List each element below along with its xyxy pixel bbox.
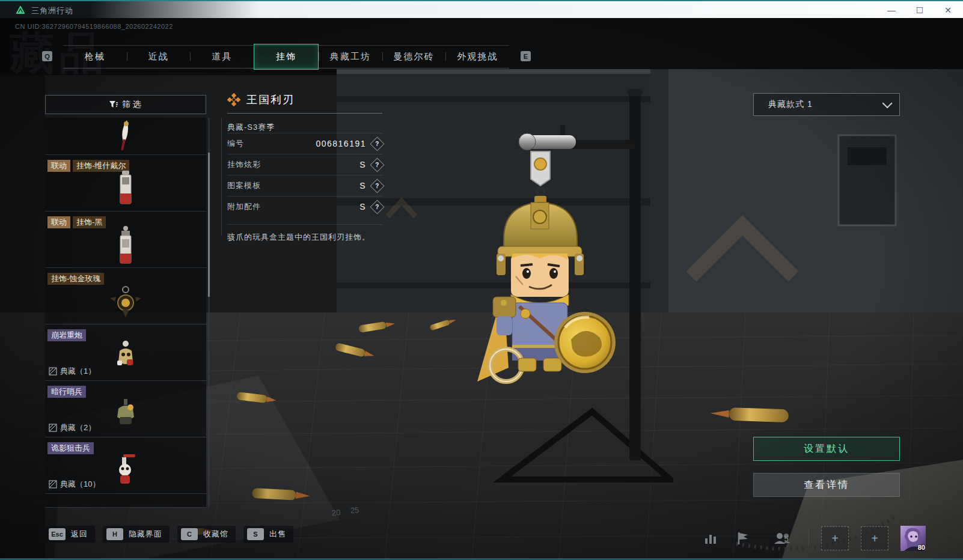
- pendant-display-stand: [469, 78, 673, 499]
- list-item[interactable]: 诡影狙击兵 典藏（10）: [45, 437, 206, 494]
- minimize-button[interactable]: —: [881, 4, 902, 17]
- tab-firearms[interactable]: 枪械: [63, 46, 127, 68]
- charm-thumbnail: [114, 119, 138, 153]
- season-label: 典藏-S3赛季: [227, 122, 382, 133]
- list-item[interactable]: 联动 挂饰-黑: [45, 212, 206, 268]
- tab-appearance-challenge[interactable]: 外观挑战: [445, 46, 509, 68]
- app-logo-icon: [14, 4, 26, 16]
- collection-grade-icon: [227, 93, 240, 106]
- charm-thumbnail: [112, 453, 139, 487]
- item-detail-panel: 王国利刃 典藏-S3赛季 编号 006816191 ? 挂饰炫彩 S ? 图案模…: [227, 89, 382, 243]
- item-name-label: 暗行哨兵: [47, 386, 86, 398]
- window-title: 三角洲行动: [31, 5, 73, 16]
- item-description: 骇爪的玩具盒主题中的王国利刃挂饰。: [227, 224, 382, 243]
- tab-melee[interactable]: 近战: [127, 46, 191, 68]
- help-icon[interactable]: ?: [370, 178, 384, 193]
- grade-value: S: [359, 202, 366, 212]
- detail-row-pattern: 图案模板 S ?: [227, 175, 382, 196]
- panel-divider: [221, 118, 222, 236]
- filter-funnel-icon: [109, 100, 118, 109]
- detail-row-colorway: 挂饰炫彩 S ?: [227, 154, 382, 175]
- shortcut-collection-hall[interactable]: C 收藏馆: [177, 526, 236, 543]
- list-item[interactable]: 挂饰-蚀金玫瑰: [45, 268, 206, 324]
- help-icon[interactable]: ?: [370, 199, 384, 214]
- style-dropdown[interactable]: 典藏款式 1: [753, 93, 900, 116]
- collection-pattern-icon: [49, 424, 57, 432]
- maximize-button[interactable]: ☐: [910, 4, 930, 17]
- avatar-level-badge: 80: [918, 544, 925, 551]
- list-item[interactable]: 崩岩重炮 典藏（1）: [45, 324, 206, 381]
- scrollbar-thumb[interactable]: [208, 153, 210, 297]
- view-details-button[interactable]: 查看详情: [753, 473, 900, 497]
- serial-number: 006816191: [316, 139, 366, 148]
- pendant-list: 联动 挂饰-维什戴尔 联动 挂饰-黑: [45, 118, 206, 508]
- shortcut-sell[interactable]: S 出售: [243, 526, 293, 543]
- list-item[interactable]: 暗行哨兵 典藏（2）: [45, 381, 206, 437]
- window-titlebar: 三角洲行动 — ☐ ✕: [0, 0, 963, 18]
- help-icon[interactable]: ?: [370, 136, 384, 151]
- collection-pattern-icon: [49, 480, 57, 488]
- add-slot-button[interactable]: +: [861, 526, 888, 550]
- set-default-button[interactable]: 设置默认: [753, 437, 900, 461]
- collab-badge: 联动: [47, 160, 70, 172]
- list-scrollbar: [208, 118, 210, 508]
- stats-button[interactable]: [700, 528, 721, 549]
- shortcut-hide-ui[interactable]: H 隐藏界面: [103, 526, 170, 543]
- grade-value: S: [359, 160, 366, 169]
- close-button[interactable]: ✕: [938, 4, 958, 17]
- charm-thumbnail: [109, 285, 142, 321]
- item-name-label: 诡影狙击兵: [47, 442, 94, 454]
- charm-thumbnail: [112, 399, 139, 429]
- online-count: 5: [784, 534, 788, 543]
- collection-count: 典藏（1）: [49, 366, 96, 377]
- flag-icon: [736, 531, 750, 546]
- item-name-label: 挂饰-黑: [73, 216, 106, 228]
- collection-pattern-icon: [49, 367, 57, 376]
- collab-badge: 联动: [47, 216, 70, 228]
- category-tabbar: 枪械 近战 道具 挂饰 典藏工坊 曼德尔砖 外观挑战: [63, 45, 509, 68]
- shortcut-bar: Esc 返回 H 隐藏界面 C 收藏馆 S 出售: [45, 526, 293, 543]
- collection-count: 典藏（10）: [49, 479, 100, 490]
- tab-next-keyhint: E: [521, 51, 531, 61]
- item-title: 王国利刃: [246, 93, 295, 107]
- footer-icon-bar: 5 + + 80: [700, 523, 926, 554]
- help-icon[interactable]: ?: [370, 157, 384, 172]
- tab-items[interactable]: 道具: [190, 46, 254, 68]
- people-icon: [773, 531, 791, 546]
- add-slot-button[interactable]: +: [821, 526, 849, 550]
- filter-button[interactable]: 筛选: [45, 95, 206, 114]
- tab-collection-workshop[interactable]: 典藏工坊: [319, 46, 382, 68]
- list-item[interactable]: [45, 118, 206, 155]
- item-name-label: 崩岩重炮: [47, 329, 86, 341]
- grade-value: S: [359, 181, 366, 190]
- app-window: 20 25: [0, 0, 963, 560]
- collection-count: 典藏（2）: [49, 422, 96, 433]
- tab-prev-keyhint: Q: [42, 51, 52, 61]
- list-item[interactable]: 联动 挂饰-维什戴尔: [45, 155, 206, 212]
- detail-row-accessory: 附加配件 S ?: [227, 196, 382, 217]
- chevron-down-icon: [882, 98, 893, 108]
- shortcut-back[interactable]: Esc 返回: [45, 526, 95, 543]
- charm-thumbnail: [112, 340, 139, 371]
- player-avatar[interactable]: 80: [900, 526, 926, 551]
- social-button[interactable]: 5: [765, 528, 796, 549]
- list-item[interactable]: [45, 494, 206, 508]
- tab-pendants[interactable]: 挂饰: [254, 44, 319, 70]
- detail-row-number: 编号 006816191 ?: [227, 133, 382, 154]
- tab-mandel-brick[interactable]: 曼德尔砖: [382, 46, 446, 68]
- item-name-label: 挂饰-蚀金玫瑰: [47, 273, 104, 285]
- charm-thumbnail: [114, 225, 138, 267]
- uid-text: CN UID:36272960794519866088_202602242022: [15, 23, 173, 30]
- report-button[interactable]: [733, 528, 753, 549]
- bar-chart-icon: [703, 531, 718, 546]
- charm-thumbnail: [114, 169, 138, 210]
